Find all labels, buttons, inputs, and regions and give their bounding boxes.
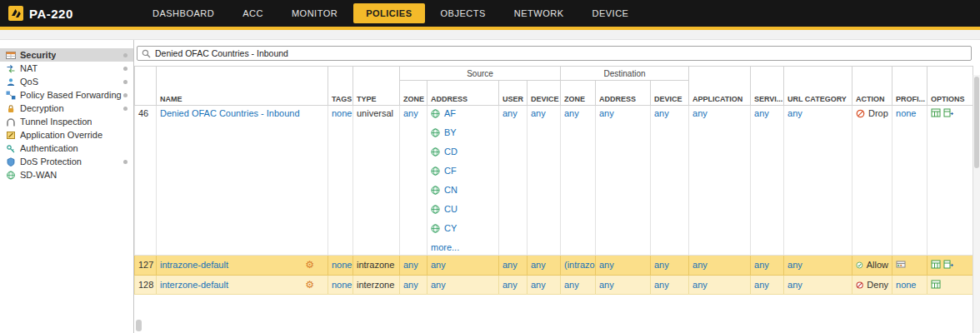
dst-address-value[interactable]: any bbox=[599, 280, 614, 290]
tags-value[interactable]: none bbox=[332, 260, 352, 270]
col-header-src-device[interactable]: DEVICE bbox=[528, 81, 561, 106]
tab-device[interactable]: DEVICE bbox=[579, 3, 641, 23]
col-header-src-address[interactable]: ADDRESS bbox=[428, 81, 499, 106]
src-address-value[interactable]: any bbox=[431, 260, 446, 270]
rule-row-128[interactable]: 128 interzone-default ⚙ none interzone a… bbox=[135, 276, 973, 295]
src-zone-cell: any bbox=[400, 106, 428, 256]
sidebar-item-dos-protection[interactable]: DoS Protection bbox=[0, 155, 133, 168]
override-gear-icon[interactable]: ⚙ bbox=[305, 261, 314, 269]
sidebar-item-security[interactable]: Security bbox=[0, 48, 133, 62]
tab-monitor[interactable]: MONITOR bbox=[279, 3, 350, 23]
col-header-type[interactable]: TYPE bbox=[353, 67, 400, 106]
tags-value[interactable]: none bbox=[332, 108, 352, 118]
more-addresses-link[interactable]: more... bbox=[431, 242, 495, 252]
tab-dashboard[interactable]: DASHBOARD bbox=[140, 3, 227, 23]
horizontal-scrollbar-thumb[interactable] bbox=[136, 320, 142, 331]
rule-name-link[interactable]: interzone-default bbox=[160, 280, 228, 290]
rule-name-link[interactable]: Denied OFAC Countries - Inbound bbox=[160, 108, 300, 118]
group-header-source: Source bbox=[400, 67, 561, 81]
tab-acc[interactable]: ACC bbox=[230, 3, 276, 23]
col-header-options[interactable]: OPTIONS bbox=[928, 67, 973, 106]
application-value[interactable]: any bbox=[692, 280, 708, 290]
service-value[interactable]: any bbox=[754, 108, 769, 118]
col-header-dst-address[interactable]: ADDRESS bbox=[596, 81, 651, 106]
address-link[interactable]: BY bbox=[444, 127, 457, 137]
sidebar-item-decryption[interactable]: Decryption bbox=[0, 102, 133, 115]
sidebar-item-nat[interactable]: NAT bbox=[0, 62, 133, 75]
src-device-value[interactable]: any bbox=[531, 108, 546, 118]
sidebar-item-sd-wan[interactable]: SD-WAN bbox=[0, 168, 133, 181]
action-deny[interactable]: Deny bbox=[856, 280, 888, 290]
action-drop[interactable]: Drop bbox=[856, 108, 888, 118]
service-value[interactable]: any bbox=[754, 280, 769, 290]
col-header-url-category[interactable]: URL CATEGORY bbox=[784, 67, 852, 106]
sidebar-item-qos[interactable]: QoS bbox=[0, 75, 133, 88]
col-header-profile[interactable]: PROFI... bbox=[892, 67, 928, 106]
address-link[interactable]: AF bbox=[444, 108, 456, 118]
dst-zone-value[interactable]: any bbox=[564, 108, 579, 118]
tab-policies[interactable]: POLICIES bbox=[353, 3, 424, 23]
options-cell bbox=[928, 276, 973, 295]
sidebar-item-authentication[interactable]: Authentication bbox=[0, 142, 133, 155]
service-value[interactable]: any bbox=[754, 260, 769, 270]
src-zone-value[interactable]: any bbox=[403, 108, 418, 118]
col-header-name[interactable]: NAME bbox=[157, 67, 328, 106]
src-device-value[interactable]: any bbox=[531, 280, 546, 290]
col-header-src-user[interactable]: USER bbox=[499, 81, 528, 106]
address-link[interactable]: CF bbox=[444, 166, 457, 176]
dst-device-value[interactable]: any bbox=[654, 280, 669, 290]
src-zone-value[interactable]: any bbox=[403, 260, 418, 270]
dst-address-value[interactable]: any bbox=[599, 260, 614, 270]
col-header-dst-device[interactable]: DEVICE bbox=[651, 81, 689, 106]
url-category-value[interactable]: any bbox=[788, 280, 802, 290]
col-header-dst-zone[interactable]: ZONE bbox=[561, 81, 596, 106]
address-link[interactable]: CU bbox=[444, 204, 458, 214]
col-header-src-zone[interactable]: ZONE bbox=[400, 81, 428, 106]
profile-value[interactable]: none bbox=[896, 280, 916, 290]
col-header-service[interactable]: SERVI... bbox=[751, 67, 784, 106]
col-header-tags[interactable]: TAGS bbox=[328, 67, 353, 106]
col-header-application[interactable]: APPLICATION bbox=[689, 67, 751, 106]
address-link[interactable]: CN bbox=[444, 185, 458, 195]
dst-address-value[interactable]: any bbox=[599, 108, 614, 118]
dst-zone-value[interactable]: any bbox=[564, 280, 579, 290]
src-address-value[interactable]: any bbox=[431, 280, 446, 290]
vertical-scrollbar-thumb[interactable] bbox=[974, 77, 979, 168]
action-cell: Deny bbox=[852, 276, 892, 295]
src-device-value[interactable]: any bbox=[531, 260, 546, 270]
dst-device-value[interactable]: any bbox=[654, 108, 669, 118]
col-header-action[interactable]: ACTION bbox=[852, 67, 892, 106]
log-settings-icon[interactable] bbox=[931, 108, 941, 117]
rule-name-link[interactable]: intrazone-default bbox=[160, 260, 228, 270]
src-user-value[interactable]: any bbox=[502, 108, 518, 118]
url-category-value[interactable]: any bbox=[788, 108, 802, 118]
tab-objects[interactable]: OBJECTS bbox=[428, 3, 498, 23]
rule-row-127[interactable]: 127 intrazone-default ⚙ none intrazone a… bbox=[135, 256, 973, 276]
src-zone-value[interactable]: any bbox=[403, 280, 418, 290]
log-forwarding-icon[interactable] bbox=[943, 108, 954, 117]
rule-row-46[interactable]: 46 Denied OFAC Countries - Inbound none … bbox=[135, 106, 973, 256]
sidebar-item-policy-based-forwarding[interactable]: Policy Based Forwarding bbox=[0, 88, 133, 102]
profile-group-icon[interactable] bbox=[896, 260, 906, 269]
address-link[interactable]: CD bbox=[444, 147, 458, 157]
src-user-value[interactable]: any bbox=[502, 260, 518, 270]
application-value[interactable]: any bbox=[692, 108, 708, 118]
action-allow[interactable]: Allow bbox=[856, 260, 888, 270]
profile-value[interactable]: none bbox=[896, 108, 916, 118]
log-forwarding-icon[interactable] bbox=[943, 260, 954, 269]
address-link[interactable]: CY bbox=[444, 223, 457, 233]
dst-zone-value[interactable]: (intrazo... bbox=[564, 260, 596, 270]
override-gear-icon[interactable]: ⚙ bbox=[305, 281, 314, 289]
src-user-value[interactable]: any bbox=[502, 280, 518, 290]
tab-network[interactable]: NETWORK bbox=[502, 3, 577, 23]
tags-value[interactable]: none bbox=[332, 280, 352, 290]
sidebar-item-tunnel-inspection[interactable]: Tunnel Inspection bbox=[0, 115, 133, 128]
url-category-value[interactable]: any bbox=[788, 260, 802, 270]
log-settings-icon[interactable] bbox=[931, 280, 941, 289]
sidebar-item-application-override[interactable]: Application Override bbox=[0, 128, 133, 142]
dst-device-value[interactable]: any bbox=[654, 260, 669, 270]
search-input[interactable] bbox=[155, 48, 967, 58]
application-value[interactable]: any bbox=[692, 260, 708, 270]
log-settings-icon[interactable] bbox=[931, 260, 941, 269]
vertical-scrollbar[interactable] bbox=[972, 75, 980, 333]
